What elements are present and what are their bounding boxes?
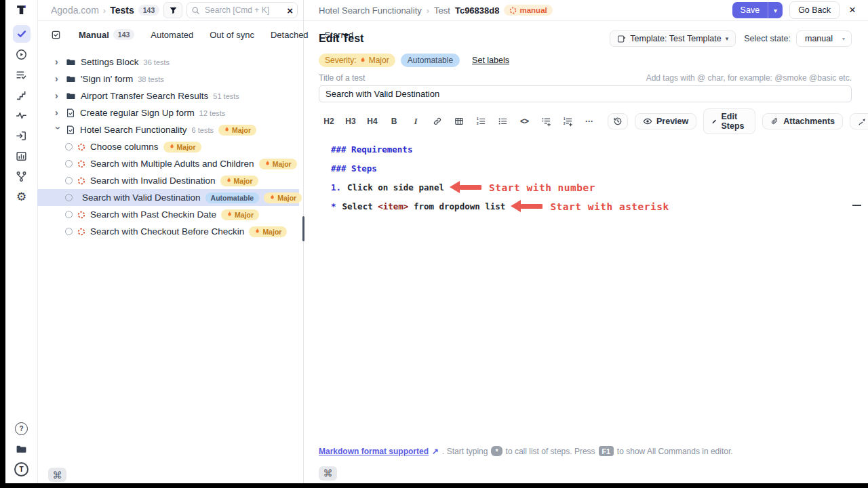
step-number-marker: 1. — [331, 182, 341, 192]
severity-badge: Major — [220, 176, 258, 186]
set-labels-link[interactable]: Set labels — [472, 56, 509, 65]
left-panel: Agoda.com › Tests 143 × Manual 143 Autom… — [37, 0, 304, 483]
markdown-help-link[interactable]: Markdown format supported — [319, 447, 429, 456]
tree-suite-expanded[interactable]: › Hotel Search Functionality 6 tests Maj… — [37, 121, 299, 138]
heading4-button[interactable]: H4 — [362, 114, 382, 129]
flame-icon — [169, 143, 175, 150]
rail-item-import[interactable] — [13, 127, 31, 144]
bar-chart-icon — [16, 150, 27, 162]
table-button[interactable] — [449, 114, 469, 129]
test-id[interactable]: Tc96838d8 — [455, 5, 500, 16]
select-all-button[interactable] — [51, 30, 61, 40]
rail-item-pulse[interactable] — [13, 106, 31, 124]
tree-folder[interactable]: › 'Sign in' form 38 tests — [37, 70, 299, 87]
rail-item-help[interactable]: ? — [13, 420, 31, 437]
document-icon — [66, 108, 75, 118]
link-button[interactable] — [427, 114, 448, 129]
ordered-list-button[interactable]: 12 — [471, 114, 491, 129]
add-bullet-step-button[interactable] — [536, 114, 556, 129]
brand-logo-icon[interactable] — [16, 4, 27, 16]
rail-item-plans[interactable] — [13, 66, 31, 83]
search-input[interactable] — [203, 5, 283, 16]
manual-sync-icon — [509, 7, 517, 14]
chevron-down-icon: ▾ — [726, 35, 729, 42]
tree-test[interactable]: Search with Checkout Before Checkin Majo… — [37, 223, 299, 240]
svg-text:2: 2 — [477, 122, 479, 125]
severity-badge[interactable]: Severity: Major — [319, 54, 395, 67]
brand-circle-icon: T — [14, 462, 28, 476]
tree-test[interactable]: Search with Invalid Destination Major — [37, 172, 299, 189]
breadcrumb-section[interactable]: Tests — [110, 5, 134, 16]
right-panel: Hotel Search Functionality › Test Tc9683… — [304, 0, 868, 483]
rail-item-projects[interactable] — [13, 440, 31, 458]
template-dropdown[interactable]: Template: Test Template ▾ — [610, 30, 736, 47]
scrollbar-thumb[interactable] — [852, 205, 861, 206]
tree-folder[interactable]: › Settings Block 36 tests — [37, 54, 299, 70]
tab-detached[interactable]: Detached — [271, 30, 309, 40]
status-circle-icon — [65, 228, 73, 235]
tree-test[interactable]: Search with Multiple Adults and Children… — [37, 155, 299, 172]
select-state-label: Select state: — [744, 34, 791, 43]
edit-steps-button[interactable]: Edit Steps — [703, 108, 755, 134]
rail-item-brand[interactable]: T — [13, 460, 31, 478]
rail-item-reports[interactable] — [13, 147, 31, 165]
external-link-icon[interactable]: ↗ — [432, 447, 439, 456]
chevron-right-icon[interactable]: › — [55, 107, 61, 118]
close-icon[interactable]: × — [846, 3, 859, 17]
tab-manual[interactable]: Manual 143 — [79, 29, 134, 40]
tree-test[interactable]: Choose columns Major — [37, 138, 299, 155]
severity-badge: Major — [163, 142, 201, 152]
tags-hint: Add tags with @ char, for example: @smok… — [646, 73, 852, 83]
bullet-list-button[interactable] — [492, 114, 513, 129]
save-button[interactable]: Save — [732, 2, 768, 18]
draw-button[interactable]: Draw — [850, 113, 868, 129]
bold-button[interactable]: B — [384, 114, 404, 129]
tab-out-of-sync[interactable]: Out of sync — [210, 30, 254, 40]
severity-badge: Major — [259, 159, 297, 169]
chevron-right-icon[interactable]: › — [55, 56, 61, 67]
clear-search-icon[interactable]: × — [287, 5, 293, 16]
step-text: Click on side panel — [347, 182, 444, 192]
status-circle-icon — [65, 143, 73, 150]
breadcrumb-project[interactable]: Agoda.com — [51, 5, 99, 16]
left-header: Agoda.com › Tests 143 × — [37, 0, 303, 21]
heading2-button[interactable]: H2 — [319, 114, 339, 129]
svg-text:2: 2 — [563, 121, 565, 125]
automatable-badge[interactable]: Automatable — [401, 54, 460, 67]
rail-item-tests[interactable] — [13, 25, 31, 43]
tree-test[interactable]: Search with Past Checkin Date Major — [37, 206, 299, 223]
add-numbered-step-button[interactable]: 12 — [557, 114, 578, 129]
go-back-button[interactable]: Go Back — [789, 1, 840, 19]
chevron-down-icon[interactable]: › — [53, 126, 64, 132]
chevron-right-icon[interactable]: › — [55, 73, 61, 84]
gear-icon: ⚙ — [16, 191, 26, 203]
breadcrumb-suite[interactable]: Hotel Search Functionality — [319, 5, 422, 16]
rail-item-branches[interactable] — [13, 167, 31, 185]
rail-item-settings[interactable]: ⚙ — [13, 188, 31, 205]
tree-folder[interactable]: › Airport Transfer Search Results 51 tes… — [37, 87, 299, 104]
preview-button[interactable]: Preview — [635, 113, 696, 129]
tree-suite[interactable]: › Create regular Sign Up form 12 tests — [37, 104, 299, 121]
step-asterisk-marker: * — [331, 201, 336, 211]
markdown-editor[interactable]: ### Requirements ### Steps 1. Click on s… — [319, 145, 852, 446]
history-button[interactable] — [608, 113, 628, 129]
left-footer: ⌘ — [37, 460, 303, 483]
rail-item-steps[interactable] — [13, 86, 31, 104]
more-formatting-button[interactable]: ··· — [579, 114, 599, 129]
manual-sync-icon — [77, 160, 85, 168]
filter-button[interactable] — [163, 2, 182, 18]
rail-item-runs[interactable] — [13, 45, 31, 63]
save-dropdown-button[interactable]: ▾ — [768, 2, 783, 18]
tree-test-selected[interactable]: Search with Valid Destination Automatabl… — [37, 189, 299, 206]
folder-icon — [66, 57, 76, 67]
attachments-button[interactable]: Attachments — [762, 113, 843, 129]
state-select[interactable]: manual ▾ — [796, 30, 852, 47]
annotation-text: Start with number — [489, 182, 595, 193]
search-box: × — [186, 2, 298, 18]
heading3-button[interactable]: H3 — [340, 114, 361, 129]
chevron-right-icon[interactable]: › — [55, 90, 61, 101]
code-button[interactable]: <> — [514, 114, 534, 129]
italic-button[interactable]: I — [406, 114, 426, 129]
tab-automated[interactable]: Automated — [151, 30, 193, 40]
test-title-input[interactable] — [319, 85, 852, 102]
